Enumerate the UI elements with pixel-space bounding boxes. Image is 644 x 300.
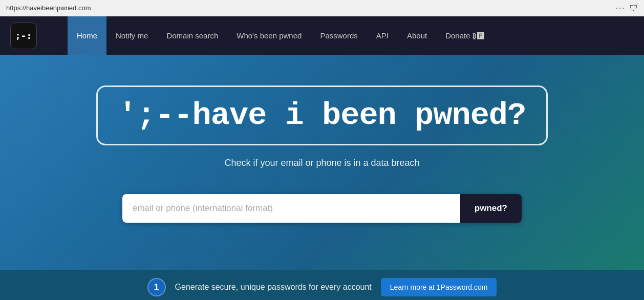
donate-icons: ₿ 🅿 <box>473 32 484 40</box>
navbar: ;-: Home Notify me Domain search Who's b… <box>0 16 644 55</box>
bottom-banner: 1 Generate secure, unique passwords for … <box>0 270 644 300</box>
search-button[interactable]: pwned? <box>460 194 522 223</box>
nav-item-api[interactable]: API <box>367 16 398 55</box>
browser-shield-icon: 🛡 <box>630 4 638 13</box>
nav-item-donate[interactable]: Donate ₿ 🅿 <box>436 16 493 55</box>
search-bar: pwned? <box>122 194 522 223</box>
nav-item-notify[interactable]: Notify me <box>106 16 157 55</box>
search-input[interactable] <box>122 194 460 223</box>
hero-title-wrapper: ';--have i been pwned? <box>96 85 548 145</box>
browser-chrome: https://haveibeenpwned.com ··· 🛡 <box>0 0 644 16</box>
nav-item-passwords[interactable]: Passwords <box>311 16 367 55</box>
onepassword-icon: 1 <box>147 278 166 296</box>
url-bar[interactable]: https://haveibeenpwned.com <box>6 4 612 12</box>
paypal-icon: 🅿 <box>477 32 484 40</box>
browser-menu-icon[interactable]: ··· <box>616 4 626 13</box>
nav-item-whos-been-pwned[interactable]: Who's been pwned <box>227 16 311 55</box>
bitcoin-icon: ₿ <box>473 32 476 40</box>
nav-item-domain-search[interactable]: Domain search <box>157 16 227 55</box>
hero-section: ';--have i been pwned? Check if your ema… <box>0 55 644 270</box>
banner-cta-button[interactable]: Learn more at 1Password.com <box>381 278 497 296</box>
hero-title: ';--have i been pwned? <box>118 97 526 134</box>
banner-text: Generate secure, unique passwords for ev… <box>175 283 372 292</box>
nav-item-about[interactable]: About <box>398 16 436 55</box>
hero-subtitle: Check if your email or phone is in a dat… <box>224 158 419 168</box>
logo-text: ;-: <box>15 30 32 41</box>
nav-items: Home Notify me Domain search Who's been … <box>68 16 493 55</box>
nav-item-home[interactable]: Home <box>68 16 106 55</box>
site-logo[interactable]: ;-: <box>10 23 37 49</box>
